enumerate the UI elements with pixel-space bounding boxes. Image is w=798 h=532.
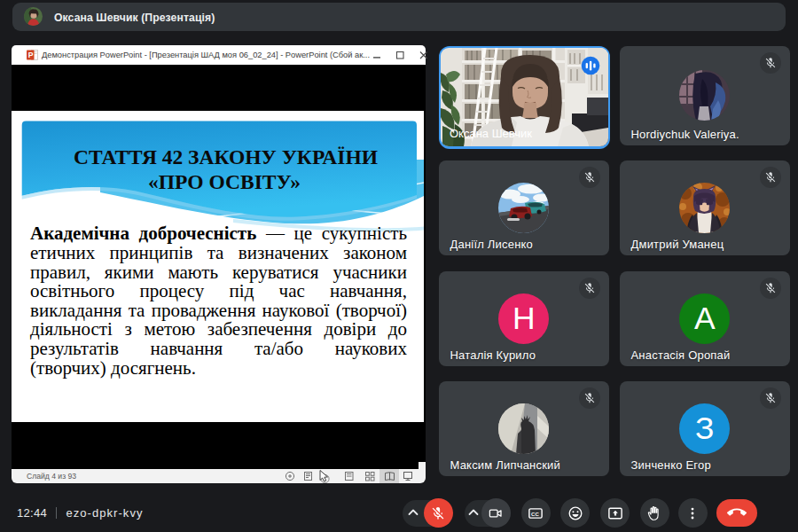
svg-text:P: P — [28, 51, 34, 59]
svg-text:CC: CC — [531, 511, 540, 516]
svg-text:Оксана Шевчик: Оксана Шевчик — [450, 127, 532, 140]
